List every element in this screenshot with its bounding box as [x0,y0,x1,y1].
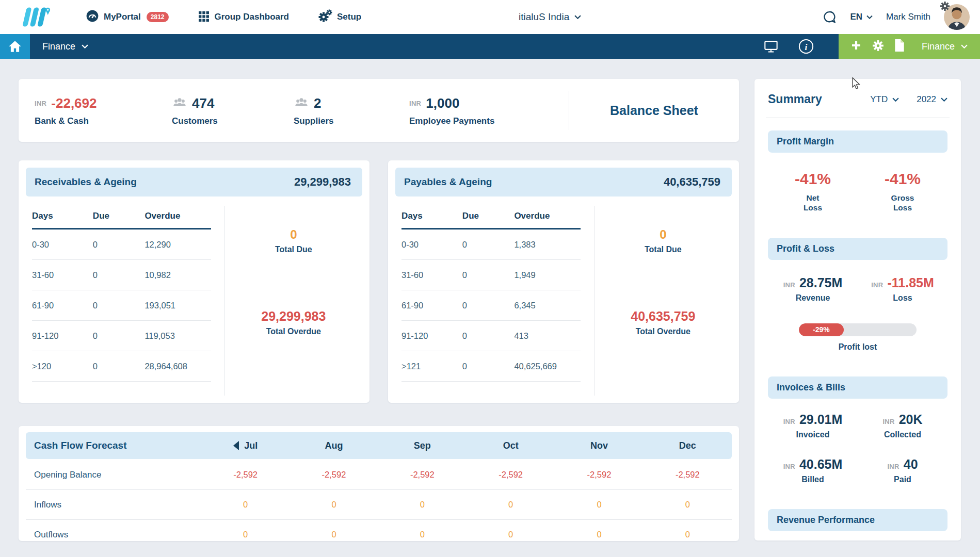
currency-prefix: INR [882,418,894,425]
nav-item-label: Setup [337,12,361,22]
table-row[interactable]: 61-90 0 6,345 [401,290,581,321]
context-module-name: Finance [922,41,955,52]
cash-flow-row-outflows[interactable]: Outflows 0 0 0 0 0 0 [26,520,732,541]
stat-value: -22,692 [51,95,97,111]
nav-item-myportal[interactable]: MyPortal 2812 [86,9,169,25]
cell-due: 0 [93,351,145,382]
module-breadcrumb[interactable]: Finance [42,41,88,52]
cell-value: 0 [290,530,378,539]
invoiced-value: 29.01M [799,412,842,427]
section-profit-margin[interactable]: Profit Margin [768,130,947,153]
add-icon[interactable] [850,39,862,54]
period-value: YTD [870,94,888,105]
period-dropdown[interactable]: YTD [870,94,899,105]
myportal-count-badge: 2812 [147,12,169,22]
navbar-right-cluster: i [763,34,980,59]
cell-days: 31-60 [401,260,462,290]
receivables-panel-header[interactable]: Receivables & Ageing 29,299,983 [26,168,362,196]
cell-value: 0 [555,500,643,510]
cell-value: -2,592 [290,470,378,480]
month-label: Jul [244,440,258,451]
cell-days: 61-90 [401,290,462,321]
section-profit-loss[interactable]: Profit & Loss [768,238,947,260]
month-header: Jul [201,440,290,451]
loss-value: -11.85M [887,275,934,290]
cell-value: 0 [201,500,290,510]
collected-label: Collected [884,430,921,439]
dashboard-main-column: INR -22,692 Bank & Cash 474 Cu [19,79,739,541]
panel-title: Payables & Ageing [404,176,492,188]
nav-item-group-dashboard[interactable]: Group Dashboard [198,10,290,24]
settings-gear-icon[interactable] [872,39,885,54]
year-dropdown[interactable]: 2022 [917,94,947,105]
profit-progress-fill: -29% [799,323,844,336]
grid-icon [198,10,210,24]
cell-overdue: 413 [514,321,580,351]
collected-value: 20K [899,412,923,427]
svg-text:i: i [805,42,808,52]
language-label: EN [850,12,862,22]
cell-value: 0 [378,500,467,510]
stat-value: 1,000 [426,95,459,111]
revenue-label: Revenue [796,293,830,303]
cell-days: 31-60 [32,260,93,290]
section-revenue-performance[interactable]: Revenue Performance [768,509,947,531]
cash-flow-row-inflows[interactable]: Inflows 0 0 0 0 0 0 [26,490,732,520]
stat-customers: 474 Customers [172,95,294,126]
kpi-stats-card: INR -22,692 Bank & Cash 474 Cu [19,79,739,142]
cell-due: 0 [93,229,145,260]
document-icon[interactable] [894,39,905,54]
cell-value: 0 [555,530,643,539]
context-module-selector[interactable]: Finance [922,41,968,52]
table-row[interactable]: 91-120 0 119,053 [32,321,211,351]
panel-title: Cash Flow Forecast [26,440,201,451]
section-invoices-bills[interactable]: Invoices & Bills [768,376,947,399]
user-menu[interactable] [944,4,970,30]
company-selector[interactable]: itialuS India [519,11,581,23]
year-value: 2022 [917,94,936,105]
panel-title: Receivables & Ageing [35,176,137,188]
table-row[interactable]: >121 0 40,625,669 [401,351,581,382]
info-icon[interactable]: i [798,39,814,54]
table-row[interactable]: 31-60 0 1,949 [401,260,581,290]
chat-icon[interactable] [822,10,837,24]
cell-value: 0 [644,500,732,510]
table-row[interactable]: 31-60 0 10,982 [32,260,211,290]
table-row[interactable]: 91-120 0 413 [401,321,581,351]
payables-panel-header[interactable]: Payables & Ageing 40,635,759 [395,168,732,196]
cash-flow-forecast-panel: Cash Flow Forecast Jul Aug Sep Oct Nov D… [19,426,739,541]
cell-value: 0 [290,500,378,510]
user-name: Mark Smith [886,12,930,22]
total-due-label: Total Due [275,245,312,254]
cell-due: 0 [462,321,515,351]
table-row[interactable]: 61-90 0 193,051 [32,290,211,321]
table-row[interactable]: 0-30 0 1,383 [401,229,581,260]
receivables-totals: 0 Total Due 29,299,983 Total Overdue [224,206,362,396]
profile-gear-icon[interactable] [939,0,951,14]
total-overdue-value: 29,299,983 [261,309,326,324]
app-logo-icon[interactable] [19,6,53,28]
home-button[interactable] [0,34,30,59]
people-icon [294,96,309,111]
balance-sheet-link[interactable]: Balance Sheet [569,103,739,118]
paid-label: Paid [894,475,911,484]
column-header: Due [93,206,145,229]
gross-loss-label: Gross Loss [888,193,918,213]
column-header: Overdue [514,206,580,229]
cell-overdue: 40,625,669 [514,351,580,382]
previous-months-arrow-icon[interactable] [233,441,239,450]
cash-flow-header: Cash Flow Forecast Jul Aug Sep Oct Nov D… [26,432,732,459]
revenue-value: 28.75M [799,275,842,290]
nav-item-setup[interactable]: Setup [318,9,361,25]
table-row[interactable]: >120 0 28,964,608 [32,351,211,382]
cell-due: 0 [93,290,145,321]
cash-flow-row-opening-balance[interactable]: Opening Balance -2,592 -2,592 -2,592 -2,… [26,460,732,490]
summary-sidebar: Summary YTD 2022 Profit Margin -41% Net … [754,79,961,540]
table-row[interactable]: 0-30 0 12,290 [32,229,211,260]
loss-label: Loss [893,293,912,303]
top-navigation: MyPortal 2812 Group Dashboard [0,0,980,34]
display-mode-icon[interactable] [763,39,779,54]
divider [766,118,950,118]
language-selector[interactable]: EN [850,12,873,22]
total-overdue-value: 40,635,759 [631,309,695,324]
